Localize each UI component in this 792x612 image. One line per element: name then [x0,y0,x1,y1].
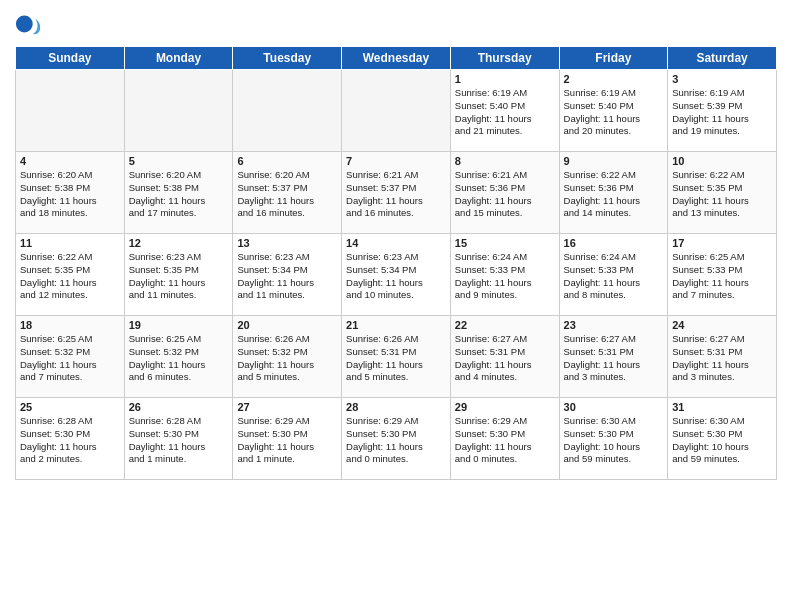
day-cell: 9Sunrise: 6:22 AMSunset: 5:36 PMDaylight… [559,152,668,234]
day-number: 13 [237,237,337,249]
week-row-5: 25Sunrise: 6:28 AMSunset: 5:30 PMDayligh… [16,398,777,480]
day-number: 18 [20,319,120,331]
svg-point-0 [16,16,33,33]
day-info: Sunrise: 6:20 AMSunset: 5:38 PMDaylight:… [20,169,120,220]
day-info: Sunrise: 6:29 AMSunset: 5:30 PMDaylight:… [237,415,337,466]
day-cell: 6Sunrise: 6:20 AMSunset: 5:37 PMDaylight… [233,152,342,234]
day-cell: 20Sunrise: 6:26 AMSunset: 5:32 PMDayligh… [233,316,342,398]
day-number: 23 [564,319,664,331]
day-number: 3 [672,73,772,85]
day-number: 1 [455,73,555,85]
day-cell: 26Sunrise: 6:28 AMSunset: 5:30 PMDayligh… [124,398,233,480]
day-cell: 19Sunrise: 6:25 AMSunset: 5:32 PMDayligh… [124,316,233,398]
day-cell: 30Sunrise: 6:30 AMSunset: 5:30 PMDayligh… [559,398,668,480]
day-cell: 29Sunrise: 6:29 AMSunset: 5:30 PMDayligh… [450,398,559,480]
day-number: 7 [346,155,446,167]
day-cell: 25Sunrise: 6:28 AMSunset: 5:30 PMDayligh… [16,398,125,480]
col-header-sunday: Sunday [16,47,125,70]
col-header-thursday: Thursday [450,47,559,70]
day-cell: 3Sunrise: 6:19 AMSunset: 5:39 PMDaylight… [668,70,777,152]
day-info: Sunrise: 6:20 AMSunset: 5:38 PMDaylight:… [129,169,229,220]
day-cell: 16Sunrise: 6:24 AMSunset: 5:33 PMDayligh… [559,234,668,316]
day-cell: 12Sunrise: 6:23 AMSunset: 5:35 PMDayligh… [124,234,233,316]
day-cell: 11Sunrise: 6:22 AMSunset: 5:35 PMDayligh… [16,234,125,316]
day-info: Sunrise: 6:28 AMSunset: 5:30 PMDaylight:… [129,415,229,466]
day-info: Sunrise: 6:22 AMSunset: 5:35 PMDaylight:… [672,169,772,220]
week-row-1: 1Sunrise: 6:19 AMSunset: 5:40 PMDaylight… [16,70,777,152]
day-info: Sunrise: 6:23 AMSunset: 5:35 PMDaylight:… [129,251,229,302]
day-info: Sunrise: 6:21 AMSunset: 5:37 PMDaylight:… [346,169,446,220]
day-info: Sunrise: 6:29 AMSunset: 5:30 PMDaylight:… [455,415,555,466]
day-cell [16,70,125,152]
day-number: 28 [346,401,446,413]
day-info: Sunrise: 6:25 AMSunset: 5:32 PMDaylight:… [20,333,120,384]
day-info: Sunrise: 6:30 AMSunset: 5:30 PMDaylight:… [564,415,664,466]
day-info: Sunrise: 6:25 AMSunset: 5:32 PMDaylight:… [129,333,229,384]
day-cell [233,70,342,152]
day-number: 30 [564,401,664,413]
day-number: 19 [129,319,229,331]
day-cell [342,70,451,152]
day-cell: 23Sunrise: 6:27 AMSunset: 5:31 PMDayligh… [559,316,668,398]
day-info: Sunrise: 6:19 AMSunset: 5:40 PMDaylight:… [455,87,555,138]
day-number: 10 [672,155,772,167]
day-cell: 10Sunrise: 6:22 AMSunset: 5:35 PMDayligh… [668,152,777,234]
day-cell: 8Sunrise: 6:21 AMSunset: 5:36 PMDaylight… [450,152,559,234]
week-row-4: 18Sunrise: 6:25 AMSunset: 5:32 PMDayligh… [16,316,777,398]
day-cell: 7Sunrise: 6:21 AMSunset: 5:37 PMDaylight… [342,152,451,234]
day-number: 27 [237,401,337,413]
week-row-3: 11Sunrise: 6:22 AMSunset: 5:35 PMDayligh… [16,234,777,316]
day-cell: 4Sunrise: 6:20 AMSunset: 5:38 PMDaylight… [16,152,125,234]
day-number: 4 [20,155,120,167]
day-info: Sunrise: 6:30 AMSunset: 5:30 PMDaylight:… [672,415,772,466]
col-header-tuesday: Tuesday [233,47,342,70]
day-info: Sunrise: 6:26 AMSunset: 5:32 PMDaylight:… [237,333,337,384]
day-cell: 18Sunrise: 6:25 AMSunset: 5:32 PMDayligh… [16,316,125,398]
day-info: Sunrise: 6:24 AMSunset: 5:33 PMDaylight:… [455,251,555,302]
day-number: 15 [455,237,555,249]
day-info: Sunrise: 6:23 AMSunset: 5:34 PMDaylight:… [346,251,446,302]
day-info: Sunrise: 6:22 AMSunset: 5:36 PMDaylight:… [564,169,664,220]
day-info: Sunrise: 6:24 AMSunset: 5:33 PMDaylight:… [564,251,664,302]
day-number: 5 [129,155,229,167]
day-cell [124,70,233,152]
col-header-saturday: Saturday [668,47,777,70]
logo [15,10,46,38]
day-number: 21 [346,319,446,331]
day-info: Sunrise: 6:21 AMSunset: 5:36 PMDaylight:… [455,169,555,220]
day-info: Sunrise: 6:27 AMSunset: 5:31 PMDaylight:… [455,333,555,384]
day-info: Sunrise: 6:22 AMSunset: 5:35 PMDaylight:… [20,251,120,302]
day-cell: 31Sunrise: 6:30 AMSunset: 5:30 PMDayligh… [668,398,777,480]
day-number: 2 [564,73,664,85]
day-cell: 27Sunrise: 6:29 AMSunset: 5:30 PMDayligh… [233,398,342,480]
day-info: Sunrise: 6:20 AMSunset: 5:37 PMDaylight:… [237,169,337,220]
day-info: Sunrise: 6:27 AMSunset: 5:31 PMDaylight:… [672,333,772,384]
day-number: 17 [672,237,772,249]
day-cell: 5Sunrise: 6:20 AMSunset: 5:38 PMDaylight… [124,152,233,234]
calendar-table: SundayMondayTuesdayWednesdayThursdayFrid… [15,46,777,480]
day-info: Sunrise: 6:19 AMSunset: 5:40 PMDaylight:… [564,87,664,138]
page: SundayMondayTuesdayWednesdayThursdayFrid… [0,0,792,612]
day-cell: 21Sunrise: 6:26 AMSunset: 5:31 PMDayligh… [342,316,451,398]
day-info: Sunrise: 6:28 AMSunset: 5:30 PMDaylight:… [20,415,120,466]
day-cell: 15Sunrise: 6:24 AMSunset: 5:33 PMDayligh… [450,234,559,316]
day-number: 11 [20,237,120,249]
day-number: 12 [129,237,229,249]
col-header-monday: Monday [124,47,233,70]
day-cell: 1Sunrise: 6:19 AMSunset: 5:40 PMDaylight… [450,70,559,152]
day-cell: 13Sunrise: 6:23 AMSunset: 5:34 PMDayligh… [233,234,342,316]
col-header-friday: Friday [559,47,668,70]
day-cell: 14Sunrise: 6:23 AMSunset: 5:34 PMDayligh… [342,234,451,316]
day-number: 24 [672,319,772,331]
header-row: SundayMondayTuesdayWednesdayThursdayFrid… [16,47,777,70]
day-number: 25 [20,401,120,413]
day-info: Sunrise: 6:26 AMSunset: 5:31 PMDaylight:… [346,333,446,384]
day-number: 14 [346,237,446,249]
header [15,10,777,38]
day-info: Sunrise: 6:25 AMSunset: 5:33 PMDaylight:… [672,251,772,302]
day-number: 26 [129,401,229,413]
day-number: 29 [455,401,555,413]
col-header-wednesday: Wednesday [342,47,451,70]
day-info: Sunrise: 6:29 AMSunset: 5:30 PMDaylight:… [346,415,446,466]
day-info: Sunrise: 6:19 AMSunset: 5:39 PMDaylight:… [672,87,772,138]
